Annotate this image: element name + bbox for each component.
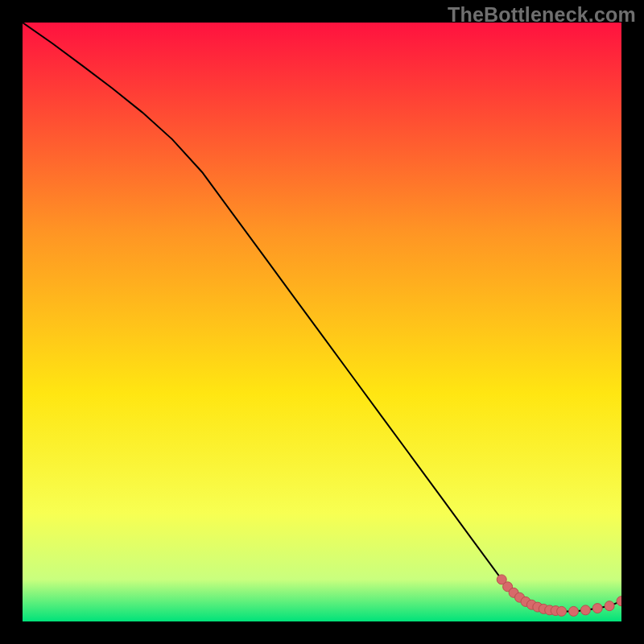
highlight-marker	[580, 605, 590, 615]
plot-area	[23, 23, 621, 621]
gradient-background	[23, 23, 621, 621]
highlight-marker	[592, 604, 602, 613]
chart-svg	[23, 23, 621, 621]
highlight-marker	[569, 606, 579, 616]
highlight-marker	[605, 601, 614, 611]
highlight-marker	[557, 606, 567, 616]
chart-root: TheBottleneck.com	[0, 0, 644, 644]
